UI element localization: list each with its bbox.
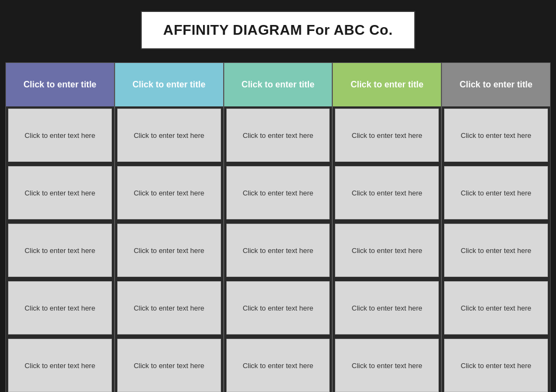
card-text-col2-row5: Click to enter text here — [134, 362, 204, 370]
card-col5-row4[interactable]: Click to enter text here — [444, 281, 548, 334]
card-col1-row5[interactable]: Click to enter text here — [8, 339, 112, 392]
card-col5-row2[interactable]: Click to enter text here — [444, 166, 548, 219]
column-header-4[interactable]: Click to enter title — [333, 63, 441, 106]
card-text-col5-row4: Click to enter text here — [461, 304, 532, 312]
column-1: Click to enter titleClick to enter text … — [5, 62, 115, 392]
card-col3-row2[interactable]: Click to enter text here — [226, 166, 330, 219]
card-col1-row1[interactable]: Click to enter text here — [8, 109, 112, 162]
card-text-col3-row4: Click to enter text here — [243, 304, 313, 312]
card-text-col4-row3: Click to enter text here — [352, 246, 422, 255]
card-text-col2-row1: Click to enter text here — [134, 131, 204, 140]
card-col5-row1[interactable]: Click to enter text here — [444, 109, 548, 162]
title-box[interactable]: AFFINITY DIAGRAM For ABC Co. — [141, 11, 416, 49]
column-header-5[interactable]: Click to enter title — [442, 63, 550, 106]
column-header-text-1: Click to enter title — [23, 80, 96, 90]
card-text-col1-row3: Click to enter text here — [24, 246, 95, 255]
card-col4-row2[interactable]: Click to enter text here — [335, 166, 439, 219]
card-col2-row2[interactable]: Click to enter text here — [117, 166, 221, 219]
column-body-4: Click to enter text hereClick to enter t… — [333, 106, 441, 392]
card-col3-row3[interactable]: Click to enter text here — [226, 224, 330, 277]
card-text-col3-row1: Click to enter text here — [243, 131, 313, 140]
column-body-5: Click to enter text hereClick to enter t… — [442, 106, 550, 392]
column-body-2: Click to enter text hereClick to enter t… — [115, 106, 223, 392]
card-text-col4-row4: Click to enter text here — [352, 304, 422, 312]
card-text-col4-row1: Click to enter text here — [352, 131, 422, 140]
card-text-col2-row2: Click to enter text here — [134, 189, 204, 197]
title-container: AFFINITY DIAGRAM For ABC Co. — [141, 11, 416, 62]
card-col2-row5[interactable]: Click to enter text here — [117, 339, 221, 392]
card-col2-row1[interactable]: Click to enter text here — [117, 109, 221, 162]
card-text-col1-row4: Click to enter text here — [24, 304, 95, 312]
page-title: AFFINITY DIAGRAM For ABC Co. — [163, 22, 393, 38]
column-header-text-2: Click to enter title — [132, 80, 205, 90]
card-text-col3-row2: Click to enter text here — [243, 189, 313, 197]
column-2: Click to enter titleClick to enter text … — [115, 62, 224, 392]
card-col1-row4[interactable]: Click to enter text here — [8, 281, 112, 334]
column-header-2[interactable]: Click to enter title — [115, 63, 223, 106]
column-header-3[interactable]: Click to enter title — [224, 63, 332, 106]
card-text-col4-row2: Click to enter text here — [352, 189, 422, 197]
card-col1-row3[interactable]: Click to enter text here — [8, 224, 112, 277]
card-text-col3-row3: Click to enter text here — [243, 246, 313, 255]
diagram-container: Click to enter titleClick to enter text … — [5, 62, 551, 392]
card-col2-row4[interactable]: Click to enter text here — [117, 281, 221, 334]
card-text-col2-row4: Click to enter text here — [134, 304, 204, 312]
column-3: Click to enter titleClick to enter text … — [224, 62, 333, 392]
card-text-col1-row2: Click to enter text here — [24, 189, 95, 197]
card-text-col1-row1: Click to enter text here — [24, 131, 95, 140]
card-col1-row2[interactable]: Click to enter text here — [8, 166, 112, 219]
column-4: Click to enter titleClick to enter text … — [332, 62, 441, 392]
card-col4-row4[interactable]: Click to enter text here — [335, 281, 439, 334]
card-col4-row3[interactable]: Click to enter text here — [335, 224, 439, 277]
card-col4-row1[interactable]: Click to enter text here — [335, 109, 439, 162]
card-text-col1-row5: Click to enter text here — [24, 362, 95, 370]
column-header-1[interactable]: Click to enter title — [6, 63, 114, 106]
card-col2-row3[interactable]: Click to enter text here — [117, 224, 221, 277]
column-header-text-3: Click to enter title — [242, 80, 314, 90]
card-text-col5-row3: Click to enter text here — [461, 246, 532, 255]
card-col3-row1[interactable]: Click to enter text here — [226, 109, 330, 162]
column-5: Click to enter titleClick to enter text … — [441, 62, 551, 392]
card-col5-row3[interactable]: Click to enter text here — [444, 224, 548, 277]
column-header-text-4: Click to enter title — [351, 80, 424, 90]
card-text-col5-row2: Click to enter text here — [461, 189, 532, 197]
card-text-col2-row3: Click to enter text here — [134, 246, 204, 255]
card-col3-row5[interactable]: Click to enter text here — [226, 339, 330, 392]
card-col5-row5[interactable]: Click to enter text here — [444, 339, 548, 392]
column-body-1: Click to enter text hereClick to enter t… — [6, 106, 114, 392]
column-header-text-5: Click to enter title — [459, 80, 532, 90]
card-text-col3-row5: Click to enter text here — [243, 362, 313, 370]
card-text-col5-row1: Click to enter text here — [461, 131, 532, 140]
column-body-3: Click to enter text hereClick to enter t… — [224, 106, 332, 392]
card-col3-row4[interactable]: Click to enter text here — [226, 281, 330, 334]
card-col4-row5[interactable]: Click to enter text here — [335, 339, 439, 392]
card-text-col4-row5: Click to enter text here — [352, 362, 422, 370]
card-text-col5-row5: Click to enter text here — [461, 362, 532, 370]
